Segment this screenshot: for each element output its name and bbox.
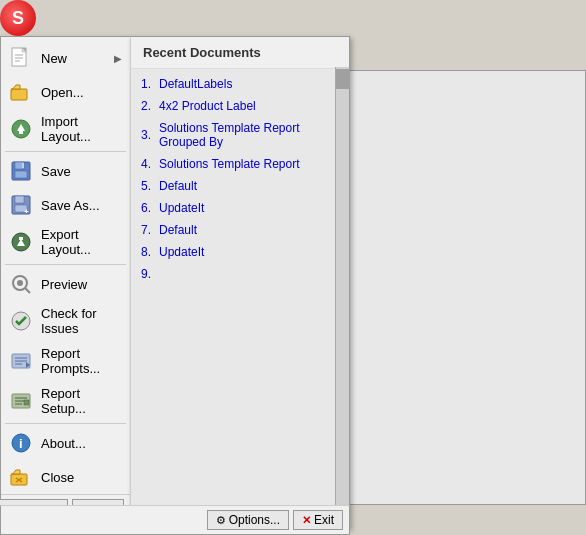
check-label: Check for Issues	[41, 306, 122, 336]
menu-item-close[interactable]: Close	[1, 460, 130, 494]
save-as-label: Save As...	[41, 198, 122, 213]
recent-item-6[interactable]: 6. UpdateIt	[131, 197, 349, 219]
recent-label-8: UpdateIt	[159, 245, 204, 259]
menu-item-new[interactable]: New ▶	[1, 41, 130, 75]
recent-item-5[interactable]: 5. Default	[131, 175, 349, 197]
menu-item-import[interactable]: Import Layout...	[1, 109, 130, 149]
prompts-label: Report Prompts...	[41, 346, 122, 376]
exit-button-bottom[interactable]: ✕ Exit	[293, 510, 343, 530]
open-icon	[9, 80, 33, 104]
menu-item-open[interactable]: Open...	[1, 75, 130, 109]
menu-item-save-as[interactable]: + Save As...	[1, 188, 130, 222]
options-button-bottom[interactable]: ⚙ Options...	[207, 510, 289, 530]
menu-sep-1	[5, 151, 126, 152]
recent-label-5: Default	[159, 179, 197, 193]
new-label: New	[41, 51, 106, 66]
close-icon	[9, 465, 33, 489]
recent-item-4[interactable]: 4. Solutions Template Report	[131, 153, 349, 175]
menu-bottom-bar: ⚙ Options... ✕ Exit	[0, 505, 350, 535]
save-as-icon: +	[9, 193, 33, 217]
menu-item-prompts[interactable]: Report Prompts...	[1, 341, 130, 381]
svg-rect-34	[24, 400, 29, 405]
setup-icon	[9, 389, 33, 413]
menu-item-setup[interactable]: Report Setup...	[1, 381, 130, 421]
recent-item-8[interactable]: 8. UpdateIt	[131, 241, 349, 263]
recent-num-2: 2.	[141, 99, 155, 113]
save-icon	[9, 159, 33, 183]
about-label: About...	[41, 436, 122, 451]
recent-num-6: 6.	[141, 201, 155, 215]
svg-rect-12	[15, 171, 27, 178]
recent-item-9[interactable]: 9.	[131, 263, 349, 285]
recent-list: 1. DefaultLabels 2. 4x2 Product Label 3.…	[131, 69, 349, 528]
recent-num-8: 8.	[141, 245, 155, 259]
recent-documents-panel: Recent Documents 1. DefaultLabels 2. 4x2…	[130, 36, 350, 529]
recent-label-4: Solutions Template Report	[159, 157, 300, 171]
new-arrow: ▶	[114, 53, 122, 64]
about-icon: i	[9, 431, 33, 455]
recent-item-1[interactable]: 1. DefaultLabels	[131, 73, 349, 95]
menu-left-panel: New ▶ Open... Import Layout...	[0, 36, 130, 529]
recent-num-9: 9.	[141, 267, 155, 281]
recent-header: Recent Documents	[131, 37, 349, 69]
svg-text:i: i	[19, 436, 23, 451]
recent-num-4: 4.	[141, 157, 155, 171]
scrollbar[interactable]	[335, 67, 349, 528]
recent-label-2: 4x2 Product Label	[159, 99, 256, 113]
exit-icon: ✕	[302, 514, 311, 527]
menu-sep-2	[5, 264, 126, 265]
svg-rect-13	[22, 163, 24, 168]
svg-rect-9	[19, 131, 23, 134]
svg-point-22	[17, 280, 23, 286]
preview-label: Preview	[41, 277, 122, 292]
save-label: Save	[41, 164, 122, 179]
menu-item-about[interactable]: i About...	[1, 426, 130, 460]
app-logo[interactable]: S	[0, 0, 36, 36]
application-menu: S New ▶	[0, 0, 350, 529]
open-label: Open...	[41, 85, 122, 100]
recent-num-1: 1.	[141, 77, 155, 91]
new-icon	[9, 46, 33, 70]
menu-item-check[interactable]: Check for Issues	[1, 301, 130, 341]
recent-item-2[interactable]: 2. 4x2 Product Label	[131, 95, 349, 117]
prompts-icon	[9, 349, 33, 373]
recent-label-7: Default	[159, 223, 197, 237]
svg-line-23	[25, 288, 30, 293]
export-label: Export Layout...	[41, 227, 122, 257]
exit-label-bottom: Exit	[314, 513, 334, 527]
recent-num-5: 5.	[141, 179, 155, 193]
options-icon: ⚙	[216, 514, 226, 527]
recent-label-3: Solutions Template Report Grouped By	[159, 121, 339, 149]
scrollbar-thumb[interactable]	[336, 69, 350, 89]
import-icon	[9, 117, 33, 141]
export-icon	[9, 230, 33, 254]
import-label: Import Layout...	[41, 114, 122, 144]
recent-label-1: DefaultLabels	[159, 77, 232, 91]
recent-num-3: 3.	[141, 128, 155, 142]
svg-rect-20	[19, 237, 23, 240]
check-icon	[9, 309, 33, 333]
preview-icon	[9, 272, 33, 296]
recent-item-7[interactable]: 7. Default	[131, 219, 349, 241]
menu-item-export[interactable]: Export Layout...	[1, 222, 130, 262]
recent-num-7: 7.	[141, 223, 155, 237]
options-label: Options...	[229, 513, 280, 527]
svg-rect-15	[15, 196, 24, 203]
recent-item-3[interactable]: 3. Solutions Template Report Grouped By	[131, 117, 349, 153]
menu-sep-3	[5, 423, 126, 424]
menu-item-preview[interactable]: Preview	[1, 267, 130, 301]
recent-label-6: UpdateIt	[159, 201, 204, 215]
setup-label: Report Setup...	[41, 386, 122, 416]
menu-item-save[interactable]: Save	[1, 154, 130, 188]
svg-text:+: +	[24, 207, 29, 216]
close-label: Close	[41, 470, 122, 485]
svg-rect-6	[11, 89, 27, 100]
